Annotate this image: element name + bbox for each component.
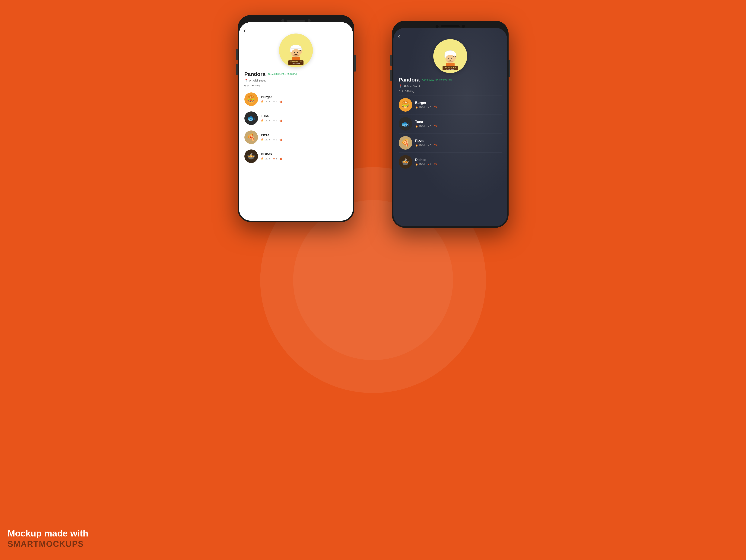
pizza-meta-dark: 🔥12Cal ★0 0$ bbox=[415, 144, 502, 147]
restaurant-info-light: Pandora Open(09:00 AM to 03:00 PM) 📍 Al-… bbox=[239, 71, 353, 87]
dishes-rating-dark: ★4 bbox=[427, 163, 431, 166]
tuna-cal-dark: 🔥12Cal bbox=[415, 125, 425, 128]
power-btn bbox=[354, 55, 356, 72]
menu-item-tuna-light[interactable]: 🐟 Tuna 🔥12Cal ★0 0$ bbox=[245, 109, 347, 128]
dishes-cal-dark: 🔥12Cal bbox=[415, 163, 425, 166]
chef-logo-area-light: CHEF'S PLACE Good food bbox=[239, 22, 353, 71]
dishes-details-dark: Dishes 🔥12Cal ★4 4$ bbox=[415, 158, 502, 166]
menu-item-dishes-dark[interactable]: 🍲 Dishes 🔥12Cal ★4 4$ bbox=[399, 152, 502, 171]
menu-item-burger-dark[interactable]: 🍔 Burger 🔥12Cal ★0 0$ bbox=[399, 95, 502, 114]
restaurant-name-row-dark: Pandora Open(09:00 AM to 03:00 PM) bbox=[399, 77, 502, 83]
phone-light-body: ‹ bbox=[238, 15, 354, 222]
pizza-name-light: Pizza bbox=[261, 133, 347, 137]
chef-badge-dark: CHEF'S PLACE Good food bbox=[442, 66, 458, 71]
rating-number-light: 0 bbox=[245, 84, 246, 87]
dishes-details-light: Dishes 🔥12Cal ★4 4$ bbox=[261, 152, 347, 160]
chef-badge-sub-dark: Good food bbox=[444, 68, 456, 70]
burger-name-light: Burger bbox=[261, 95, 347, 99]
menu-item-tuna-dark[interactable]: 🐟 Tuna 🔥12Cal ★0 0$ bbox=[399, 114, 502, 134]
dishes-img-dark: 🍲 bbox=[399, 155, 412, 169]
chef-logo-circle-light: CHEF'S PLACE Good food bbox=[279, 33, 313, 67]
camera-dot-2-dark bbox=[462, 25, 465, 28]
dishes-meta-light: 🔥12Cal ★4 4$ bbox=[261, 157, 347, 160]
location-pin-light: 📍 bbox=[245, 79, 248, 82]
dishes-name-light: Dishes bbox=[261, 152, 347, 156]
vol-down-btn bbox=[236, 64, 238, 75]
dishes-price-light: 4$ bbox=[280, 157, 283, 160]
chef-badge: CHEF'S PLACE Good food bbox=[288, 60, 304, 65]
tuna-rating-dark: ★0 bbox=[427, 125, 431, 128]
tuna-name-light: Tuna bbox=[261, 114, 347, 118]
tuna-details-dark: Tuna 🔥12Cal ★0 0$ bbox=[415, 120, 502, 128]
tuna-meta-dark: 🔥12Cal ★0 0$ bbox=[415, 125, 502, 128]
speaker-bar bbox=[287, 20, 305, 22]
chef-icon-dark bbox=[438, 44, 462, 68]
pizza-rating-dark: ★0 bbox=[427, 144, 431, 147]
chef-logo-area-dark: CHEF'S PLACE Good food bbox=[394, 28, 507, 77]
address-row-light: 📍 Al-Jalal Street bbox=[245, 79, 347, 82]
burger-meta-light: 🔥12Cal ★0 0$ bbox=[261, 100, 347, 103]
vol-up-btn-dark bbox=[391, 55, 392, 66]
burger-img-dark: 🍔 bbox=[399, 98, 412, 112]
open-badge-light: Open(09:00 AM to 03:00 PM) bbox=[268, 73, 297, 76]
tuna-img-light: 🐟 bbox=[245, 111, 258, 125]
rating-number-dark: 0 bbox=[399, 90, 400, 93]
burger-details-light: Burger 🔥12Cal ★0 0$ bbox=[261, 95, 347, 103]
menu-item-dishes-light[interactable]: 🍲 Dishes 🔥12Cal ★4 4$ bbox=[245, 147, 347, 166]
star-dark: ★ bbox=[401, 89, 404, 93]
menu-item-pizza-dark[interactable]: 🍕 Pizza 🔥12Cal ★0 0$ bbox=[399, 134, 502, 152]
back-button-light[interactable]: ‹ bbox=[243, 27, 246, 35]
restaurant-name-light: Pandora bbox=[245, 71, 265, 77]
chef-badge-sub: Good food bbox=[290, 63, 302, 64]
restaurant-info-dark: Pandora Open(09:00 AM to 03:00 PM) 📍 Al-… bbox=[394, 77, 507, 93]
svg-point-11 bbox=[451, 58, 452, 59]
dishes-price-dark: 4$ bbox=[434, 163, 437, 166]
tuna-cal-light: 🔥12Cal bbox=[261, 119, 270, 122]
pizza-details-light: Pizza 🔥12Cal ★0 0$ bbox=[261, 133, 347, 141]
camera-dot-2 bbox=[308, 19, 311, 22]
tuna-price-dark: 0$ bbox=[434, 125, 437, 128]
vol-up-btn bbox=[236, 49, 238, 60]
tuna-meta-light: 🔥12Cal ★0 0$ bbox=[261, 119, 347, 122]
pizza-rating-light: ★0 bbox=[273, 138, 277, 141]
back-button-dark[interactable]: ‹ bbox=[398, 32, 400, 40]
pizza-price-dark: 0$ bbox=[434, 144, 437, 147]
pizza-cal-light: 🔥12Cal bbox=[261, 138, 270, 141]
address-row-dark: 📍 Al-Jalal Street bbox=[399, 84, 502, 88]
chef-logo-circle-dark: CHEF'S PLACE Good food bbox=[433, 39, 467, 73]
address-text-dark: Al-Jalal Street bbox=[404, 85, 420, 88]
dishes-img-light: 🍲 bbox=[245, 149, 258, 163]
pizza-name-dark: Pizza bbox=[415, 139, 502, 143]
burger-img-light: 🍔 bbox=[245, 92, 258, 106]
vol-down-btn-dark bbox=[391, 69, 392, 81]
phone-top-bar-dark bbox=[392, 23, 509, 30]
camera-dot bbox=[281, 19, 284, 22]
speaker-bar-dark bbox=[441, 25, 460, 27]
dishes-meta-dark: 🔥12Cal ★4 4$ bbox=[415, 163, 502, 166]
rating-label-light: 0•Rating bbox=[251, 84, 260, 87]
location-pin-dark: 📍 bbox=[399, 84, 402, 88]
pizza-img-dark: 🍕 bbox=[399, 136, 412, 150]
restaurant-name-dark: Pandora bbox=[399, 77, 420, 83]
pizza-details-dark: Pizza 🔥12Cal ★0 0$ bbox=[415, 139, 502, 147]
star-light: ★ bbox=[247, 84, 250, 87]
tuna-rating-light: ★0 bbox=[273, 119, 277, 122]
tuna-details-light: Tuna 🔥12Cal ★0 0$ bbox=[261, 114, 347, 122]
menu-item-pizza-light[interactable]: 🍕 Pizza 🔥12Cal ★0 0$ bbox=[245, 128, 347, 147]
dishes-rating-light: ★4 bbox=[273, 157, 277, 160]
chef-icon bbox=[284, 38, 308, 63]
svg-point-3 bbox=[294, 52, 295, 53]
phone-top-bar bbox=[238, 17, 354, 25]
screen-light: ‹ bbox=[239, 22, 353, 221]
camera-dot-dark bbox=[435, 25, 438, 28]
mockup-label-line2: SMARTMOCKUPS bbox=[7, 539, 88, 549]
phone-light-device: ‹ bbox=[238, 15, 354, 222]
mockup-label: Mockup made with SMARTMOCKUPS bbox=[7, 528, 88, 549]
menu-item-burger-light[interactable]: 🍔 Burger 🔥12Cal ★0 0$ bbox=[245, 90, 347, 109]
tuna-price-light: 0$ bbox=[280, 119, 283, 122]
phone-dark-device: ‹ bbox=[392, 21, 509, 228]
tuna-img-dark: 🐟 bbox=[399, 117, 412, 131]
dishes-name-dark: Dishes bbox=[415, 158, 502, 162]
pizza-meta-light: 🔥12Cal ★0 0$ bbox=[261, 138, 347, 141]
pizza-cal-dark: 🔥12Cal bbox=[415, 144, 425, 147]
